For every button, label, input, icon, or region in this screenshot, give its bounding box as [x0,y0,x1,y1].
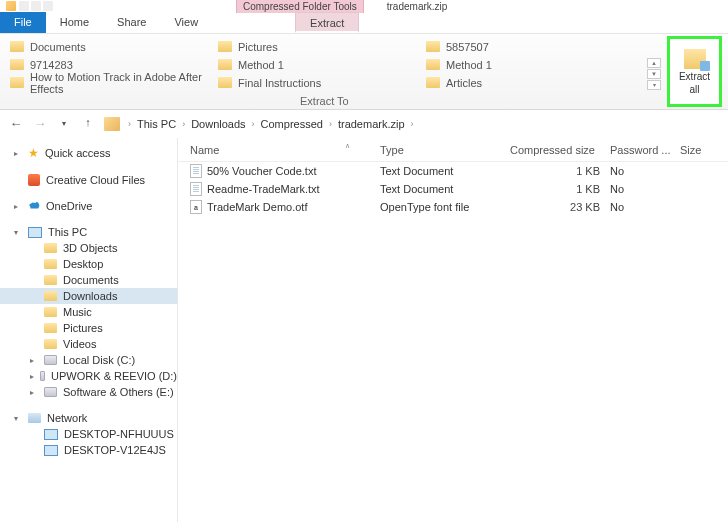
tab-file[interactable]: File [0,12,46,33]
cell-type: Text Document [380,165,510,177]
cell-password: No [610,201,680,213]
extract-destination[interactable]: 5857507 [424,38,624,55]
nav-label: Music [63,306,92,318]
nav-up-button[interactable]: ↑ [80,116,96,132]
qat-btn[interactable] [19,1,29,11]
qat-btn[interactable] [31,1,41,11]
cell-compressed-size: 1 KB [510,183,610,195]
tab-extract[interactable]: Extract [295,12,359,33]
nav-folder[interactable]: Pictures [0,320,177,336]
nav-label: Desktop [63,258,103,270]
folder-icon [44,323,57,333]
extract-destination[interactable]: Final Instructions [216,74,416,91]
chevron-right-icon[interactable] [14,202,22,211]
cell-name: aTradeMark Demo.otf [190,200,380,214]
chevron-right-icon[interactable] [30,388,38,397]
file-row[interactable]: Readme-TradeMark.txtText Document1 KBNo [178,180,728,198]
chevron-right-icon[interactable]: › [411,119,414,129]
extract-destination[interactable]: Method 1 [216,56,416,73]
col-password[interactable]: Password ... [610,144,680,156]
extract-all-label-1: Extract [679,71,710,82]
chevron-right-icon[interactable] [30,356,38,365]
destination-label: Pictures [238,41,278,53]
sort-asc-icon: ∧ [345,142,350,150]
nav-label: Network [47,412,87,424]
folder-icon [426,59,440,70]
destination-label: Final Instructions [238,77,321,89]
nav-folder[interactable]: Videos [0,336,177,352]
breadcrumb-segment[interactable]: trademark.zip [334,116,409,132]
extract-destination[interactable]: Articles [424,74,624,91]
chevron-right-icon[interactable]: › [252,119,255,129]
extract-destination[interactable]: Method 1 [424,56,624,73]
ribbon-tabs: File Home Share View Extract [0,12,728,34]
folder-icon [44,259,57,269]
col-name[interactable]: Name∧ [190,144,380,156]
chevron-right-icon[interactable]: › [329,119,332,129]
computer-icon [44,445,58,456]
nav-label: Software & Others (E:) [63,386,174,398]
breadcrumb-segment[interactable]: Compressed [257,116,327,132]
nav-back-button[interactable]: ← [8,116,24,132]
chevron-right-icon[interactable]: › [128,119,131,129]
destination-label: Method 1 [446,59,492,71]
nav-folder[interactable]: Downloads [0,288,177,304]
nav-creative-cloud[interactable]: Creative Cloud Files [0,172,177,188]
breadcrumb-segment[interactable]: Downloads [187,116,249,132]
gallery-down-button[interactable]: ▼ [647,69,661,79]
nav-folder[interactable]: 3D Objects [0,240,177,256]
nav-network[interactable]: Network [0,410,177,426]
chevron-down-icon[interactable] [14,228,22,237]
nav-this-pc[interactable]: This PC [0,224,177,240]
nav-drive[interactable]: Local Disk (C:) [0,352,177,368]
nav-history-dropdown[interactable]: ▾ [56,116,72,132]
cell-compressed-size: 23 KB [510,201,610,213]
nav-label: Local Disk (C:) [63,354,135,366]
onedrive-icon [28,200,40,212]
extract-all-label-2: all [689,84,699,95]
nav-quick-access[interactable]: ★ Quick access [0,144,177,162]
nav-folder[interactable]: Desktop [0,256,177,272]
nav-drive[interactable]: UPWORK & REEVIO (D:) [0,368,177,384]
tab-home[interactable]: Home [46,12,103,33]
chevron-right-icon[interactable] [30,372,34,381]
nav-computer[interactable]: DESKTOP-V12E4JS [0,442,177,458]
nav-drive[interactable]: Software & Others (E:) [0,384,177,400]
cell-compressed-size: 1 KB [510,165,610,177]
chevron-down-icon[interactable] [14,414,22,423]
chevron-right-icon[interactable] [14,149,22,158]
col-size[interactable]: Size [680,144,728,156]
nav-folder[interactable]: Music [0,304,177,320]
col-compressed-size[interactable]: Compressed size [510,144,610,156]
nav-label: Videos [63,338,96,350]
nav-computer[interactable]: DESKTOP-NFHUUUS [0,426,177,442]
chevron-right-icon[interactable]: › [182,119,185,129]
cell-name: 50% Voucher Code.txt [190,164,380,178]
destination-label: How to Motion Track in Adobe After Effec… [30,71,206,95]
breadcrumb: ›This PC›Downloads›Compressed›trademark.… [128,116,414,132]
extract-destination[interactable]: How to Motion Track in Adobe After Effec… [8,74,208,91]
nav-label: Creative Cloud Files [46,174,145,186]
folder-icon [44,275,57,285]
tab-view[interactable]: View [160,12,212,33]
gallery-up-button[interactable]: ▲ [647,58,661,68]
tab-share[interactable]: Share [103,12,160,33]
app-icon [6,1,16,11]
nav-onedrive[interactable]: OneDrive [0,198,177,214]
extract-all-button[interactable]: Extract all [667,36,722,107]
file-row[interactable]: 50% Voucher Code.txtText Document1 KBNo [178,162,728,180]
extract-destination[interactable]: Pictures [216,38,416,55]
text-file-icon [190,182,202,196]
extract-destination[interactable]: Documents [8,38,208,55]
breadcrumb-segment[interactable]: This PC [133,116,180,132]
nav-label: 3D Objects [63,242,117,254]
nav-label: Documents [63,274,119,286]
file-row[interactable]: aTradeMark Demo.otfOpenType font file23 … [178,198,728,216]
star-icon: ★ [28,146,39,160]
nav-folder[interactable]: Documents [0,272,177,288]
col-type[interactable]: Type [380,144,510,156]
gallery-more-button[interactable]: ▾ [647,80,661,90]
qat-dropdown[interactable] [43,1,53,11]
location-icon[interactable] [104,117,120,131]
font-file-icon: a [190,200,202,214]
